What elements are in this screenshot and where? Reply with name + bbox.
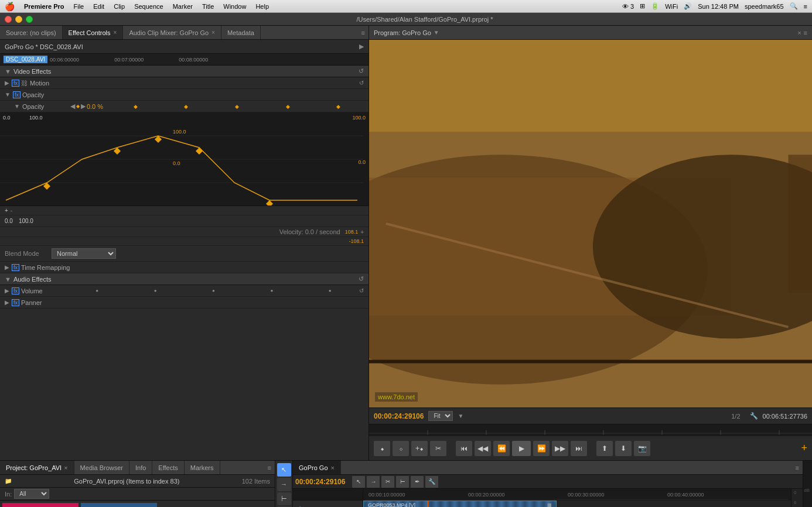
vol-kf1: ● (95, 288, 98, 293)
folder-icon: 📁 (5, 478, 12, 484)
ec-clip-name: GoPro Go * DSC_0028.AVI (5, 43, 83, 50)
tab-audio-clip-mixer[interactable]: Audio Clip Mixer: GoPro Go × (123, 26, 221, 39)
tab-effects[interactable]: Effects (152, 461, 184, 474)
add-kf-btn[interactable]: + (5, 207, 8, 214)
close-audio-tab[interactable]: × (211, 29, 215, 36)
ec-arrow-right[interactable]: ▶ (359, 43, 364, 50)
thumb-img-2[interactable]: HH (159, 503, 236, 507)
step-fwd-btn[interactable]: ▶▶ (552, 441, 568, 456)
tab-media-browser[interactable]: Media Browser (74, 461, 129, 474)
step-back-btn[interactable]: ◀◀ (475, 441, 491, 456)
opacity-value-expand[interactable]: ▼ (14, 103, 20, 109)
opacity-value-display[interactable]: 0.0 % (87, 103, 110, 110)
track-select-tool[interactable]: → (277, 478, 291, 491)
menu-help[interactable]: Help (255, 3, 269, 10)
playhead[interactable]: ▼ (428, 501, 428, 507)
go-to-out-btn[interactable]: ⏭ (571, 441, 587, 456)
project-panel-menu[interactable]: ≡ (264, 464, 275, 471)
tab-info[interactable]: Info (129, 461, 152, 474)
close-project-tab[interactable]: × (64, 464, 67, 471)
add-marker-btn[interactable]: +⬥ (411, 441, 428, 456)
play-fwd-btn[interactable]: ⏩ (533, 441, 550, 456)
kf-prev[interactable]: ◀ (70, 102, 75, 110)
tab-source[interactable]: Source: (no clips) (0, 26, 63, 39)
search-filter-select[interactable]: All (14, 489, 49, 499)
motion-reset[interactable]: ↺ (359, 80, 364, 86)
kf5: ◆ (336, 104, 340, 109)
menu-edit[interactable]: Edit (93, 3, 104, 10)
menu-sequence[interactable]: Sequence (134, 3, 163, 10)
volume-reset[interactable]: ↺ (359, 287, 364, 294)
select-tool[interactable]: ↖ (277, 463, 291, 477)
maximize-button[interactable] (26, 16, 33, 23)
close-effect-tab[interactable]: × (114, 29, 117, 36)
tab-effect-controls[interactable]: Effect Controls × (63, 26, 124, 39)
timeline-tool-3[interactable]: ✂ (381, 476, 394, 488)
program-close[interactable]: × (797, 29, 801, 36)
menu-marker[interactable]: Marker (173, 3, 193, 10)
play-btn[interactable]: ▶ (512, 441, 531, 456)
ripple-edit-tool[interactable]: ⊢ (277, 492, 291, 506)
menu-clip[interactable]: Clip (114, 3, 125, 10)
play-back-btn[interactable]: ⏪ (493, 441, 510, 456)
timeline-tool-4[interactable]: ⊢ (396, 476, 409, 488)
program-menu[interactable]: ≡ (804, 29, 807, 36)
close-button[interactable] (5, 16, 12, 23)
blend-mode-select[interactable]: Normal (52, 248, 116, 259)
panner-expand[interactable]: ▶ (5, 299, 9, 306)
timeline-timecode[interactable]: 00:00:24:29106 (295, 478, 345, 486)
volume-expand[interactable]: ▶ (5, 287, 9, 294)
tab-markers[interactable]: Markers (185, 461, 220, 474)
go-to-in-btn[interactable]: ⏮ (456, 441, 472, 456)
timeline-tool-1[interactable]: ↖ (352, 476, 365, 488)
svg-rect-16 (789, 155, 812, 293)
mark-in-btn[interactable]: ⬥ (374, 441, 390, 456)
vol-kf2: ● (154, 288, 157, 293)
program-timecode[interactable]: 00:00:24:29106 (374, 412, 424, 420)
timeline-panel-menu[interactable]: ≡ (792, 464, 803, 471)
mark-out-btn[interactable]: ⬦ (393, 441, 409, 456)
reset-audio-effects[interactable]: ↺ (359, 275, 364, 283)
ec-ruler: DSC_0028.AVI 00:06:00000 00:07:00000 00:… (0, 54, 369, 66)
time-remap-expand[interactable]: ▶ (5, 264, 9, 270)
motion-expand[interactable]: ▶ (5, 80, 9, 86)
v2-clip-1[interactable]: GOPR0053.MP4 [V] ▦ (363, 501, 557, 507)
fit-select[interactable]: Fit (428, 411, 453, 421)
thumb-img-0[interactable]: HH (2, 503, 79, 507)
kf-next[interactable]: ▶ (81, 102, 86, 110)
reset-video-effects[interactable]: ↺ (359, 67, 364, 75)
search-icon[interactable]: 🔍 (790, 2, 798, 10)
menu-window[interactable]: Window (223, 3, 246, 10)
fit-dropdown-arrow[interactable]: ▼ (458, 413, 463, 419)
menu-icon[interactable]: ≡ (804, 3, 807, 10)
del-kf-btn[interactable]: - (11, 207, 12, 214)
thumb-img-1[interactable]: HH (81, 503, 157, 507)
clear-in-btn[interactable]: ✂ (430, 441, 446, 456)
svg-text:00:00:20:00000: 00:00:20:00000 (468, 492, 505, 498)
wrench-icon[interactable]: 🔧 (750, 412, 758, 420)
apple-menu[interactable]: 🍎 (5, 2, 15, 11)
timeline-tools: ↖ → ✂ ⊢ ✒ 🔧 (352, 476, 438, 488)
menu-file[interactable]: File (73, 3, 84, 10)
svg-text:00:00:30:00000: 00:00:30:00000 (568, 492, 605, 498)
tab-metadata[interactable]: Metadata (221, 26, 261, 39)
opacity-expand[interactable]: ▼ (5, 91, 11, 98)
tab-timeline[interactable]: GoPro Go × (293, 461, 341, 474)
timeline-tool-6[interactable]: 🔧 (425, 476, 438, 488)
kf-diamond[interactable]: ◆ (76, 104, 80, 109)
close-timeline-tab[interactable]: × (331, 464, 335, 471)
tab-project[interactable]: Project: GoPro_AVI × (0, 461, 74, 474)
add-to-timeline-btn[interactable]: + (801, 442, 807, 454)
ec-clip-bar[interactable]: DSC_0028.AVI (4, 56, 47, 63)
velocity-reset[interactable]: + (360, 229, 364, 235)
menu-title[interactable]: Title (202, 3, 214, 10)
export-frame-btn[interactable]: 📷 (634, 441, 650, 456)
extract-btn[interactable]: ⬇ (615, 441, 632, 456)
minimize-button[interactable] (15, 16, 22, 23)
panner-label: Panner (21, 299, 68, 306)
timeline-tool-2[interactable]: → (367, 476, 380, 488)
panel-tab-menu[interactable]: ≡ (358, 29, 369, 36)
program-dropdown[interactable]: ▼ (434, 29, 439, 36)
lift-btn[interactable]: ⬆ (596, 441, 613, 456)
timeline-tool-5[interactable]: ✒ (411, 476, 424, 488)
